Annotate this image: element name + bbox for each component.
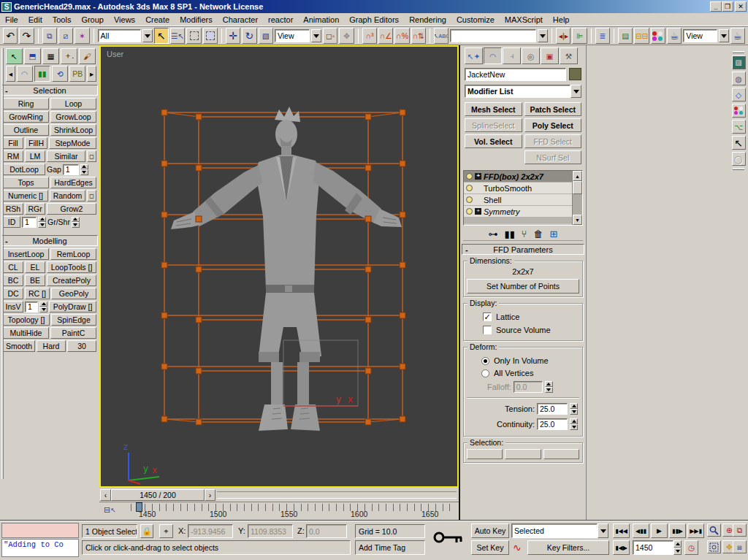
named-selection-dropdown-arrow[interactable] <box>538 29 548 42</box>
modifier-list-dropdown[interactable]: Modifier List <box>465 85 570 98</box>
menu-file[interactable]: File <box>0 14 23 26</box>
continuity-field[interactable]: 25.0 <box>537 418 568 430</box>
y-field[interactable]: 1109.8353 <box>248 524 293 538</box>
growring-button[interactable]: GrowRing <box>3 111 49 123</box>
menu-create[interactable]: Create <box>140 14 175 26</box>
menu-group[interactable]: Group <box>76 14 109 26</box>
insv-field[interactable]: 1 <box>25 302 38 312</box>
select-tool-icon[interactable]: ↖ <box>6 48 23 64</box>
id-spinner[interactable] <box>38 217 46 228</box>
bind-to-space-warp-icon[interactable]: ✶ <box>75 28 89 44</box>
add-points-icon[interactable]: ＋. <box>61 48 77 64</box>
edit-named-selections-icon[interactable]: ↖ABC <box>434 28 449 44</box>
paint-tool-icon[interactable]: 🖌 <box>79 48 96 64</box>
source-volume-checkbox[interactable] <box>483 326 492 334</box>
looptools-button[interactable]: LoopTools [] <box>47 261 96 273</box>
time-slider-prev-button[interactable]: ‹ <box>100 489 111 501</box>
loop-tool-icon[interactable]: ⟲ <box>52 66 68 82</box>
undo-icon[interactable]: ↶ <box>3 28 18 44</box>
select-by-name-icon[interactable]: ☰↖ <box>170 28 185 44</box>
numeric-button[interactable]: Numeric [] <box>3 190 48 202</box>
lm-button[interactable]: LM <box>25 150 45 162</box>
render-type-dropdown[interactable]: View <box>683 29 717 42</box>
time-slider-track[interactable] <box>217 491 457 499</box>
key-mode-dropdown[interactable]: Selected <box>511 523 608 538</box>
arrow-cursor-icon[interactable]: ↖ <box>732 136 746 150</box>
loop-button[interactable]: Loop <box>50 98 96 110</box>
tops-button[interactable]: Tops <box>3 177 49 188</box>
render-preview-icon[interactable]: ▨ <box>732 55 746 69</box>
selection-rollout-header[interactable]: - Selection <box>1 85 98 96</box>
tab-utilities-icon[interactable]: ⚒ <box>560 47 578 64</box>
spinedge-button[interactable]: SpinEdge <box>51 314 96 326</box>
smooth-angle-button[interactable]: 30 <box>67 340 96 352</box>
selection-lock-icon[interactable]: 🔒 <box>140 524 153 538</box>
toolbar-grip[interactable] <box>733 168 744 170</box>
fill-button[interactable]: Fill <box>3 137 23 149</box>
similar-button[interactable]: Similar <box>47 150 85 162</box>
patch-select-button[interactable]: Patch Select <box>524 102 582 116</box>
modelling-rollout-header[interactable]: - Modelling <box>1 235 98 246</box>
stack-scrollbar[interactable]: ▲ ▼ <box>572 171 582 225</box>
time-slider-handle[interactable]: 1450 / 200 <box>111 489 205 501</box>
grid-tool-icon[interactable]: ▦ <box>42 48 59 64</box>
key-mode-toggle-button[interactable]: ▮◀▶ <box>613 540 630 555</box>
smooth-button[interactable]: Smooth <box>3 340 35 352</box>
select-and-move-icon[interactable]: ✛ <box>226 28 240 44</box>
schematic-view-icon[interactable]: ⊟⊟ <box>634 28 649 44</box>
id-button[interactable]: ID <box>3 216 20 228</box>
rc-button[interactable]: RC [] <box>25 288 50 299</box>
tab-modify-icon[interactable]: ◠ <box>484 47 502 64</box>
ring-button[interactable]: Ring <box>3 98 49 110</box>
unlink-selection-icon[interactable]: ⧄ <box>58 28 73 44</box>
el-button[interactable]: EL <box>25 261 45 273</box>
selection-filter-dropdown[interactable]: All <box>98 29 141 42</box>
paintc-button[interactable]: PaintC <box>50 327 96 339</box>
layer-manager-icon[interactable]: ≣ <box>595 28 610 44</box>
select-and-scale-icon[interactable]: ▧ <box>259 28 273 44</box>
stack-item-partial[interactable] <box>464 218 572 223</box>
be-button[interactable]: BE <box>25 275 45 286</box>
pin-stack-icon[interactable]: ⊶ <box>488 229 497 239</box>
continuity-spinner[interactable] <box>570 418 578 430</box>
menu-maxscript[interactable]: MAXScript <box>500 14 548 26</box>
bulb-icon[interactable] <box>466 185 473 191</box>
material-editor-icon[interactable] <box>651 28 665 44</box>
zoom-extents-icon[interactable] <box>707 540 721 553</box>
stack-item-turbosmooth[interactable]: TurboSmooth <box>464 183 572 194</box>
rsh-button[interactable]: RSh <box>3 203 23 215</box>
key-filters-button[interactable]: Key Filters... <box>527 540 609 555</box>
hard-button[interactable]: Hard <box>37 340 66 352</box>
maximize-button[interactable]: ❐ <box>722 1 733 12</box>
tab-motion-icon[interactable]: ◎ <box>522 47 540 64</box>
go-to-start-button[interactable]: ▮◀◀ <box>613 523 630 538</box>
band-tool-icon[interactable]: ▮▮ <box>34 66 50 82</box>
insv-spinner[interactable] <box>39 302 47 312</box>
menu-graph-editors[interactable]: Graph Editors <box>344 14 404 26</box>
outline-button[interactable]: Outline <box>3 124 49 136</box>
insv-button[interactable]: InsV <box>3 301 23 312</box>
redo-icon[interactable]: ↷ <box>19 28 34 44</box>
curve-editor-icon[interactable]: ▤ <box>618 28 633 44</box>
set-number-of-points-button[interactable]: Set Number of Points <box>467 279 579 294</box>
select-and-manipulate-icon[interactable]: ✥ <box>339 28 354 44</box>
expand-icon[interactable]: + <box>475 208 481 215</box>
named-selection-dropdown[interactable] <box>450 29 536 42</box>
menu-rendering[interactable]: Rendering <box>404 14 451 26</box>
only-in-volume-radio[interactable] <box>481 357 489 365</box>
expand-icon[interactable]: + <box>475 173 481 180</box>
tab-display-icon[interactable]: ▣ <box>541 47 559 64</box>
remove-modifier-icon[interactable]: 🗑 <box>534 229 543 239</box>
select-object-icon[interactable]: ↖ <box>154 28 169 44</box>
maxscript-listener[interactable]: "Adding to Co <box>1 539 79 557</box>
all-z-button[interactable] <box>543 449 579 459</box>
gap-field[interactable]: 1 <box>63 164 79 175</box>
quick-render-icon[interactable]: ☕ <box>730 28 745 44</box>
make-unique-icon[interactable]: ⑂ <box>522 229 527 239</box>
object-color-swatch[interactable] <box>569 68 581 80</box>
grshr-spinner[interactable] <box>72 217 80 228</box>
stack-item-symmetry[interactable]: + Symmetry <box>464 206 572 218</box>
random-button[interactable]: Random <box>50 190 85 202</box>
poly-select-button[interactable]: Poly Select <box>524 118 582 132</box>
zoom-icon[interactable] <box>707 523 721 537</box>
